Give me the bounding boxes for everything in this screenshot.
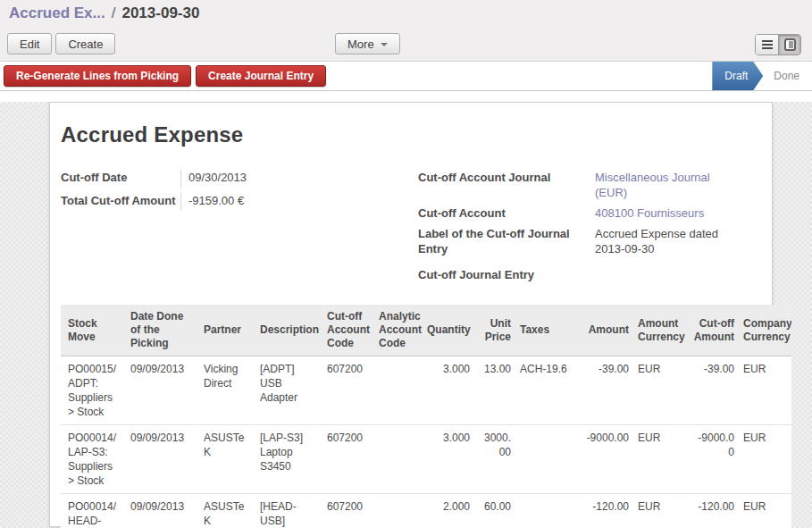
table-cell: ACH-19.6 <box>515 356 582 425</box>
breadcrumb-separator: / <box>112 4 116 22</box>
column-header[interactable]: Quantity <box>423 305 474 356</box>
table-cell <box>374 356 423 425</box>
journal-entry-label-label: Label of the Cut-off Journal Entry <box>418 226 595 256</box>
toolbar: Edit Create More <box>0 27 812 62</box>
field-group-right: Cut-off Account Journal Miscellaneous Jo… <box>418 167 772 285</box>
cutoff-account-label: Cut-off Account <box>418 205 595 221</box>
edit-button[interactable]: Edit <box>7 33 52 54</box>
column-header[interactable]: Stock Move <box>61 305 126 356</box>
table-cell: 607200 <box>322 494 374 528</box>
table-cell: -39.00 <box>582 356 633 425</box>
more-button-label: More <box>347 38 374 51</box>
list-view-button[interactable] <box>756 35 778 54</box>
breadcrumb-current: 2013-09-30 <box>121 4 199 22</box>
table-cell: 607200 <box>322 356 374 425</box>
table-cell: 2.000 <box>423 494 474 528</box>
breadcrumb-parent-link[interactable]: Accrued Ex... <box>9 4 105 22</box>
table-cell: [LAP-S3] Laptop S3450 <box>255 425 322 494</box>
column-header[interactable]: Partner <box>199 305 255 356</box>
table-cell <box>515 425 582 494</box>
table-cell: -120.00 <box>582 494 633 528</box>
form-background: Accrued Expense Cut-off Date 09/30/2013 … <box>0 102 812 528</box>
table-cell: PO00015/ADPT: Suppliers > Stock <box>61 356 126 425</box>
page-title: Accrued Expense <box>61 122 772 147</box>
table-cell: 09/09/2013 <box>126 425 199 494</box>
form-sheet: Accrued Expense Cut-off Date 09/30/2013 … <box>49 102 773 527</box>
table-cell: 3.000 <box>423 356 474 425</box>
cutoff-account-journal-label: Cut-off Account Journal <box>418 170 595 200</box>
table-cell: EUR <box>739 494 791 528</box>
create-journal-entry-button[interactable]: Create Journal Entry <box>196 65 326 87</box>
table-cell: PO00014/HEAD-USB: Suppliers > Stock <box>61 494 126 528</box>
table-cell: EUR <box>633 425 689 494</box>
field-group-left: Cut-off Date 09/30/2013 Total Cut-off Am… <box>61 167 418 285</box>
table-row[interactable]: PO00014/LAP-S3: Suppliers > Stock09/09/2… <box>61 425 791 494</box>
column-header[interactable]: Company Currency <box>739 305 791 356</box>
table-cell: 09/09/2013 <box>126 494 199 528</box>
column-header[interactable]: Unit Price <box>474 305 515 356</box>
table-cell: EUR <box>739 425 791 494</box>
table-cell: 3.000 <box>423 425 474 494</box>
table-cell: [HEAD-USB] Headset USB <box>255 494 322 528</box>
cutoff-journal-entry-label: Cut-off Journal Entry <box>418 267 595 282</box>
table-cell: ASUSTeK <box>199 494 255 528</box>
status-state-done[interactable]: Done <box>763 62 812 90</box>
table-cell: [ADPT] USB Adapter <box>255 356 322 425</box>
more-button[interactable]: More <box>335 33 400 54</box>
view-switcher <box>755 34 801 55</box>
table-row[interactable]: PO00015/ADPT: Suppliers > Stock09/09/201… <box>61 356 791 425</box>
table-cell: ASUSTeK <box>199 425 255 494</box>
total-cutoff-amount-value: -9159.00 € <box>180 193 244 211</box>
form-icon <box>784 38 796 51</box>
table-cell: 13.00 <box>474 356 515 425</box>
table-cell <box>374 425 423 494</box>
table-cell: 607200 <box>322 425 374 494</box>
table-header-row: Stock MoveDate Done of the PickingPartne… <box>61 305 791 356</box>
table-cell <box>515 494 582 528</box>
form-view-button[interactable] <box>778 35 800 54</box>
column-header[interactable]: Date Done of the Picking <box>126 305 199 356</box>
column-header[interactable]: Cut-off Amount <box>689 305 739 356</box>
column-header[interactable]: Amount Currency <box>633 305 689 356</box>
table-cell: -39.00 <box>689 356 739 425</box>
column-header[interactable]: Analytic Account Code <box>374 305 423 356</box>
statusbar: Draft Done <box>712 62 812 90</box>
cutoff-account-value[interactable]: 408100 Fournisseurs <box>595 205 704 221</box>
lines-table-wrap: Stock MoveDate Done of the PickingPartne… <box>61 305 791 528</box>
column-header[interactable]: Amount <box>582 305 633 356</box>
table-cell: Vicking Direct <box>199 356 255 425</box>
table-cell: -9000.00 <box>689 425 739 494</box>
regenerate-lines-button[interactable]: Re-Generate Lines from Picking <box>4 65 191 87</box>
column-header[interactable]: Cut-off Account Code <box>322 305 374 356</box>
chevron-down-icon <box>381 43 388 46</box>
cutoff-account-journal-value[interactable]: Miscellaneous Journal (EUR) <box>595 170 729 200</box>
create-button[interactable]: Create <box>55 33 115 54</box>
table-cell: EUR <box>739 356 791 425</box>
table-cell: -9000.00 <box>582 425 633 494</box>
table-cell: 09/09/2013 <box>126 356 199 425</box>
column-header[interactable]: Description <box>255 305 322 356</box>
status-state-draft[interactable]: Draft <box>712 62 763 90</box>
table-cell: -120.00 <box>689 494 739 528</box>
journal-entry-label-value: Accrued Expense dated 2013-09-30 <box>595 226 729 256</box>
list-icon <box>762 40 773 49</box>
table-cell: 60.00 <box>474 494 515 528</box>
table-cell: EUR <box>633 494 689 528</box>
cutoff-date-value: 09/30/2013 <box>180 170 247 188</box>
table-cell: 3000.00 <box>474 425 515 494</box>
table-cell: EUR <box>633 356 689 425</box>
table-row[interactable]: PO00014/HEAD-USB: Suppliers > Stock09/09… <box>61 494 791 528</box>
table-cell: PO00014/LAP-S3: Suppliers > Stock <box>61 425 126 494</box>
breadcrumb: Accrued Ex... / 2013-09-30 <box>0 0 812 27</box>
total-cutoff-amount-label: Total Cut-off Amount <box>61 193 180 211</box>
column-header[interactable]: Taxes <box>515 305 582 356</box>
cutoff-date-label: Cut-off Date <box>61 170 180 188</box>
action-bar: Re-Generate Lines from Picking Create Jo… <box>0 62 812 91</box>
lines-table: Stock MoveDate Done of the PickingPartne… <box>61 305 791 528</box>
table-cell <box>374 494 423 528</box>
